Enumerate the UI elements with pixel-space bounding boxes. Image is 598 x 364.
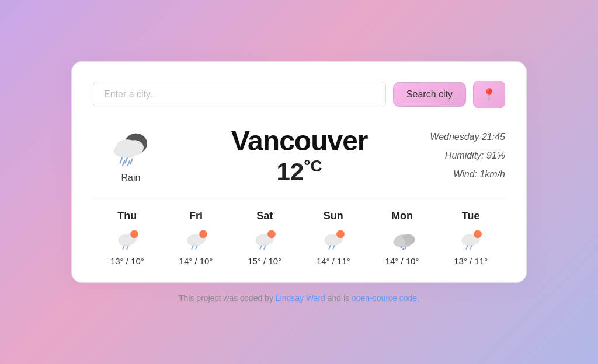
divider xyxy=(93,197,505,197)
footer-text-before: This project was coded by xyxy=(179,293,276,303)
forecast-temp-sat: 15° / 10° xyxy=(248,256,281,266)
forecast-icon-fri xyxy=(182,227,210,251)
temp-unit: °C xyxy=(304,157,322,175)
main-weather-section: Rain Vancouver 12°C Wednesday 21:45 Humi… xyxy=(93,125,505,186)
forecast-day-thu: Thu 13° / 10° xyxy=(93,210,162,266)
svg-line-26 xyxy=(264,246,266,249)
footer: This project was coded by Lindsay Ward a… xyxy=(179,293,419,303)
temp-value: 12 xyxy=(277,158,304,186)
svg-line-20 xyxy=(196,246,197,249)
rain-cloud-icon xyxy=(107,128,154,169)
svg-point-12 xyxy=(130,230,138,239)
forecast-day-label-tue: Tue xyxy=(462,210,480,222)
city-input[interactable] xyxy=(93,82,386,107)
search-row: Search city 📍 xyxy=(93,80,505,108)
forecast-icon-mon xyxy=(388,227,416,251)
weather-condition-label: Rain xyxy=(121,173,141,183)
forecast-day-sat: Sat 15° / 10° xyxy=(230,210,299,266)
svg-line-13 xyxy=(123,246,124,249)
forecast-row: Thu 13° / 10° Fri xyxy=(93,210,505,266)
svg-line-8 xyxy=(128,160,130,166)
humidity-label: Humidity: 91% xyxy=(430,146,505,165)
forecast-icon-thu xyxy=(113,227,141,251)
forecast-day-mon: Mon 14° / 10° xyxy=(368,210,437,266)
svg-line-31 xyxy=(329,246,331,249)
forecast-temp-tue: 13° / 11° xyxy=(454,256,488,266)
svg-line-5 xyxy=(125,158,127,163)
forecast-day-label-mon: Mon xyxy=(391,210,413,222)
forecast-icon-tue xyxy=(457,227,485,251)
location-button[interactable]: 📍 xyxy=(473,80,505,108)
datetime-label: Wednesday 21:45 xyxy=(430,128,505,146)
forecast-day-label-thu: Thu xyxy=(117,210,137,222)
svg-line-7 xyxy=(123,160,125,166)
forecast-day-label-sun: Sun xyxy=(324,210,343,222)
svg-line-19 xyxy=(192,246,193,249)
svg-line-14 xyxy=(127,246,128,249)
svg-line-25 xyxy=(260,246,262,249)
svg-point-42 xyxy=(474,230,482,239)
forecast-day-label-sat: Sat xyxy=(256,210,273,222)
city-name: Vancouver xyxy=(231,125,368,157)
svg-point-3 xyxy=(114,145,130,157)
svg-line-44 xyxy=(470,246,472,249)
svg-line-4 xyxy=(120,158,123,163)
svg-point-18 xyxy=(199,230,207,239)
weather-card: Search city 📍 Rain xyxy=(71,61,527,283)
svg-line-43 xyxy=(466,246,468,249)
wind-label: Wind: 1km/h xyxy=(430,165,505,184)
svg-point-37 xyxy=(404,247,406,249)
forecast-temp-mon: 14° / 10° xyxy=(385,256,419,266)
forecast-day-sun: Sun 14° / 11° xyxy=(299,210,368,266)
svg-line-6 xyxy=(130,159,133,164)
svg-point-29 xyxy=(324,237,334,246)
weather-icon-area: Rain xyxy=(93,128,169,183)
svg-point-24 xyxy=(267,230,276,239)
forecast-temp-fri: 14° / 10° xyxy=(179,256,213,266)
footer-source-link[interactable]: open-source code. xyxy=(352,293,419,303)
forecast-icon-sat xyxy=(251,227,279,251)
svg-point-11 xyxy=(118,237,128,246)
forecast-icon-sun xyxy=(319,227,347,251)
weather-details: Wednesday 21:45 Humidity: 91% Wind: 1km/… xyxy=(430,128,505,184)
forecast-day-tue: Tue 13° / 11° xyxy=(436,210,505,266)
svg-point-23 xyxy=(256,237,266,246)
svg-point-17 xyxy=(187,237,197,246)
city-temp-area: Vancouver 12°C xyxy=(169,125,430,186)
svg-point-30 xyxy=(336,230,345,239)
svg-point-35 xyxy=(393,237,405,246)
search-button[interactable]: Search city xyxy=(393,82,466,107)
pin-icon: 📍 xyxy=(482,88,496,102)
svg-point-41 xyxy=(462,237,472,246)
forecast-temp-thu: 13° / 10° xyxy=(110,256,144,266)
svg-point-36 xyxy=(400,246,402,248)
forecast-day-fri: Fri 14° / 10° xyxy=(162,210,231,266)
temperature-display: 12°C xyxy=(277,157,322,186)
footer-text-middle: and is xyxy=(325,293,352,303)
forecast-day-label-fri: Fri xyxy=(189,210,203,222)
svg-line-32 xyxy=(333,246,335,249)
svg-point-38 xyxy=(402,248,404,250)
forecast-temp-sun: 14° / 11° xyxy=(317,256,350,266)
footer-author-link[interactable]: Lindsay Ward xyxy=(276,293,325,303)
